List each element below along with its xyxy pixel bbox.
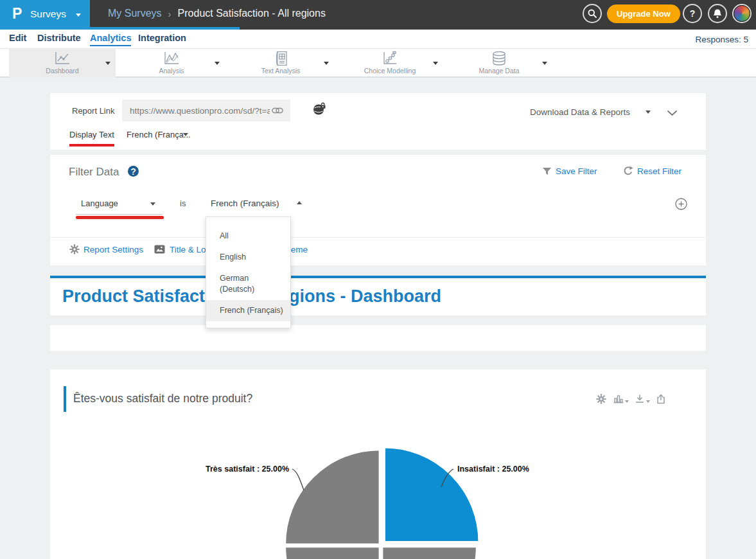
product-name: Surveys [30,8,66,20]
collapse-panel-button[interactable] [667,107,678,119]
avatar [734,5,750,22]
analytics-toolbar: Dashboard Analysis Text Analysis [0,49,756,78]
notifications-button[interactable] [708,4,727,23]
dashboard-title-card: Product Satisfaction - All regions - Das… [50,276,706,315]
help-icon: ? [130,166,136,177]
chart-share-button[interactable] [656,394,666,404]
chevron-down-icon [150,202,155,206]
dropdown-option-english[interactable]: English [206,247,290,268]
toolbar-dashboard[interactable]: Dashboard [9,49,116,78]
chevron-down-icon [433,62,438,65]
survey-nav: Edit Distribute Analytics Integration Re… [0,30,756,49]
download-data-reports-menu[interactable]: Download Data & Reports [530,107,630,117]
question-title: Êtes-vous satisfait de notre produit? [73,392,252,405]
product-switcher[interactable]: P Surveys [0,0,90,30]
question-accent-bar [64,386,66,412]
download-icon [635,394,645,404]
leader-line [292,469,304,490]
display-text-tab[interactable]: Display Text [69,130,114,139]
link-icon[interactable] [272,105,283,118]
dropdown-option-german[interactable]: German (Deutsch) [206,268,290,300]
breadcrumb-my-surveys[interactable]: My Surveys [108,8,162,19]
empty-card [50,325,706,351]
help-button[interactable]: ? [683,4,702,23]
pie-chart [230,440,538,559]
chevron-down-icon [646,400,650,403]
dropdown-option-all[interactable]: All [206,226,290,247]
filter-data-heading: Filter Data [69,166,119,179]
globe-lock-icon[interactable] [312,102,327,118]
chevron-down-icon [625,400,629,403]
tab-edit[interactable]: Edit [9,33,26,45]
breadcrumb-current: Product Satisfaction - All regions [178,8,326,19]
pie-slice [285,450,380,544]
field-active-underline [76,216,164,219]
reset-filter-button[interactable]: Reset Filter [637,166,681,176]
topbar-blue-strip [90,27,240,30]
filter-help-button[interactable]: ? [128,166,139,177]
toolbar-analysis[interactable]: Analysis [118,49,225,78]
choice-modelling-icon [337,51,443,66]
pie-slice [382,547,477,559]
field-underline [76,214,163,215]
bar-chart-icon [613,394,624,404]
help-icon: ? [690,8,696,19]
save-filter-button[interactable]: Save Filter [556,166,597,176]
chart-type-button[interactable] [613,394,629,404]
database-icon [446,51,552,66]
pie-slice [385,447,479,542]
report-link-label: Report Link [72,106,114,116]
analysis-chart-icon [118,51,225,66]
divider [50,237,706,238]
questionpro-logo: P [12,5,22,22]
responses-count[interactable]: Responses: 5 [695,35,748,44]
share-icon [656,394,666,404]
tab-distribute[interactable]: Distribute [37,33,81,45]
language-dropdown: All English German (Deutsch) French (Fra… [206,217,291,328]
gear-icon [69,244,80,257]
bell-icon [712,8,723,19]
add-filter-button[interactable] [675,198,687,213]
chart-settings-button[interactable] [596,394,608,404]
account-menu[interactable] [732,4,752,23]
chevron-down-icon [324,62,329,65]
chevron-down-icon [215,62,220,65]
breadcrumb-separator: › [168,8,171,19]
chart-download-button[interactable] [635,394,650,404]
question-chart-card: Êtes-vous satisfait de notre produit? [50,369,706,559]
search-button[interactable] [583,4,602,23]
tab-integration[interactable]: Integration [138,33,186,45]
toolbar-choice-modelling[interactable]: Choice Modelling [337,49,443,78]
dashboard-chart-icon [9,51,116,66]
report-link-card: Report Link Download Data & Reports Disp… [50,93,706,150]
pie-data-label: Très satisfait : 25.00% [161,465,289,474]
upgrade-now-button[interactable]: Upgrade Now [607,4,680,23]
report-link-input[interactable] [122,100,290,121]
reset-icon [623,166,633,179]
tab-analytics[interactable]: Analytics [90,33,131,46]
search-icon [587,8,597,19]
topbar: P Surveys My Surveys › Product Satisfact… [0,0,756,30]
chevron-down-icon [76,13,81,17]
chart-actions [596,394,666,404]
display-text-active-underline [69,144,114,146]
pie-data-label: Insatisfait : 25.00% [457,465,529,474]
toolbar-manage-data[interactable]: Manage Data [446,49,552,78]
image-icon [154,244,165,257]
toolbar-text-analysis[interactable]: Text Analysis [227,49,334,78]
funnel-icon [542,167,552,179]
filter-operator: is [180,199,186,208]
chevron-down-icon [646,111,651,114]
filter-data-card: Filter Data ? Save Filter Reset Filter L… [50,155,706,265]
pie-slice [285,547,380,559]
filter-value-select[interactable]: French (Français) [211,199,279,208]
display-language-select[interactable]: French (França... [127,130,191,139]
filter-field-select[interactable]: Language [81,199,118,208]
chevron-up-icon [297,201,302,204]
report-settings-link[interactable]: Report Settings [84,245,143,254]
chevron-down-icon [542,62,547,65]
dropdown-option-french[interactable]: French (Français) [206,300,290,321]
text-analysis-icon [227,51,334,66]
chevron-down-icon [183,133,188,136]
chevron-down-icon [105,62,110,65]
